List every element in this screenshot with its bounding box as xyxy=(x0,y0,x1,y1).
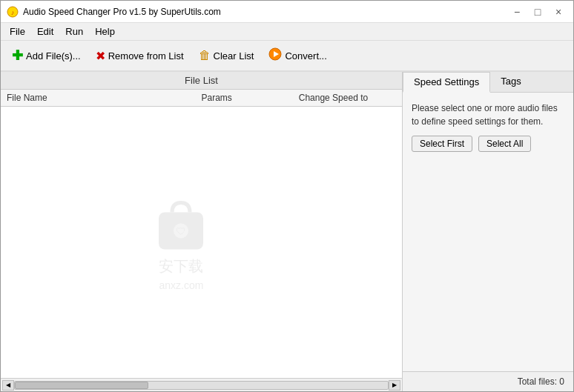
right-panel-tabs: Speed Settings Tags xyxy=(403,72,573,93)
clear-list-button[interactable]: 🗑 Clear List xyxy=(192,43,261,68)
clear-label: Clear List xyxy=(214,50,254,62)
svg-point-5 xyxy=(174,224,188,239)
col-speed-header: Change Speed to xyxy=(299,93,396,103)
select-first-button[interactable]: Select First xyxy=(412,136,472,152)
clear-icon: 🗑 xyxy=(199,49,211,62)
add-icon: ✚ xyxy=(12,49,23,62)
file-list-body[interactable]: 🛡 安下载 anxz.com xyxy=(1,107,402,378)
menu-edit[interactable]: Edit xyxy=(31,24,59,39)
speed-settings-description: Please select one or more audio files to… xyxy=(412,102,564,128)
file-list-header: File List xyxy=(1,72,402,90)
watermark: 🛡 安下载 anxz.com xyxy=(151,194,211,291)
right-panel: Speed Settings Tags Please select one or… xyxy=(403,72,573,391)
svg-text:🛡: 🛡 xyxy=(176,225,186,237)
menu-bar: File Edit Run Help xyxy=(1,23,573,41)
remove-icon: ✖ xyxy=(96,49,105,63)
watermark-text: 安下载 xyxy=(159,256,203,276)
scrollbar-thumb[interactable] xyxy=(15,382,148,389)
scroll-right-arrow[interactable]: ▶ xyxy=(389,380,400,391)
total-files-label: Total files: 0 xyxy=(518,376,564,387)
menu-help[interactable]: Help xyxy=(89,24,121,39)
watermark-bag-icon: 🛡 xyxy=(151,194,211,253)
convert-icon xyxy=(268,47,282,64)
title-bar: ♪ Audio Speed Changer Pro v1.5 by SuperU… xyxy=(1,1,573,23)
scroll-left-arrow[interactable]: ◀ xyxy=(2,380,14,391)
remove-from-list-button[interactable]: ✖ Remove from List xyxy=(89,43,191,68)
window-title: Audio Speed Changer Pro v1.5 by SuperUti… xyxy=(23,7,221,17)
add-files-button[interactable]: ✚ Add File(s)... xyxy=(5,43,88,68)
menu-file[interactable]: File xyxy=(4,24,31,39)
convert-label: Convert... xyxy=(285,50,326,62)
speed-settings-buttons: Select First Select All xyxy=(412,136,564,152)
app-icon: ♪ xyxy=(7,6,19,18)
select-all-button[interactable]: Select All xyxy=(478,136,531,152)
menu-run[interactable]: Run xyxy=(59,24,89,39)
tab-tags[interactable]: Tags xyxy=(490,72,531,92)
convert-button[interactable]: Convert... xyxy=(262,43,333,68)
watermark-sub: anxz.com xyxy=(159,279,203,291)
file-list-columns: File Name Params Change Speed to xyxy=(1,90,402,107)
close-button[interactable]: × xyxy=(550,3,567,21)
col-params-header: Params xyxy=(202,93,299,103)
scrollbar-area[interactable]: ◀ ▶ xyxy=(1,378,402,391)
remove-label: Remove from List xyxy=(108,50,184,62)
maximize-button[interactable]: □ xyxy=(529,3,547,21)
scrollbar-track[interactable] xyxy=(14,381,389,390)
minimize-button[interactable]: − xyxy=(508,3,526,21)
toolbar: ✚ Add File(s)... ✖ Remove from List 🗑 Cl… xyxy=(1,41,573,72)
window-controls: − □ × xyxy=(508,3,567,21)
file-list-panel: File List File Name Params Change Speed … xyxy=(1,72,403,391)
main-content: File List File Name Params Change Speed … xyxy=(1,72,573,391)
title-bar-left: ♪ Audio Speed Changer Pro v1.5 by SuperU… xyxy=(7,6,221,18)
tab-speed-settings[interactable]: Speed Settings xyxy=(403,72,490,93)
right-panel-body: Please select one or more audio files to… xyxy=(403,93,573,371)
svg-rect-4 xyxy=(159,213,203,250)
add-files-label: Add File(s)... xyxy=(26,50,81,62)
col-filename-header: File Name xyxy=(7,93,202,103)
svg-text:♪: ♪ xyxy=(11,9,15,16)
right-panel-footer: Total files: 0 xyxy=(403,371,573,391)
